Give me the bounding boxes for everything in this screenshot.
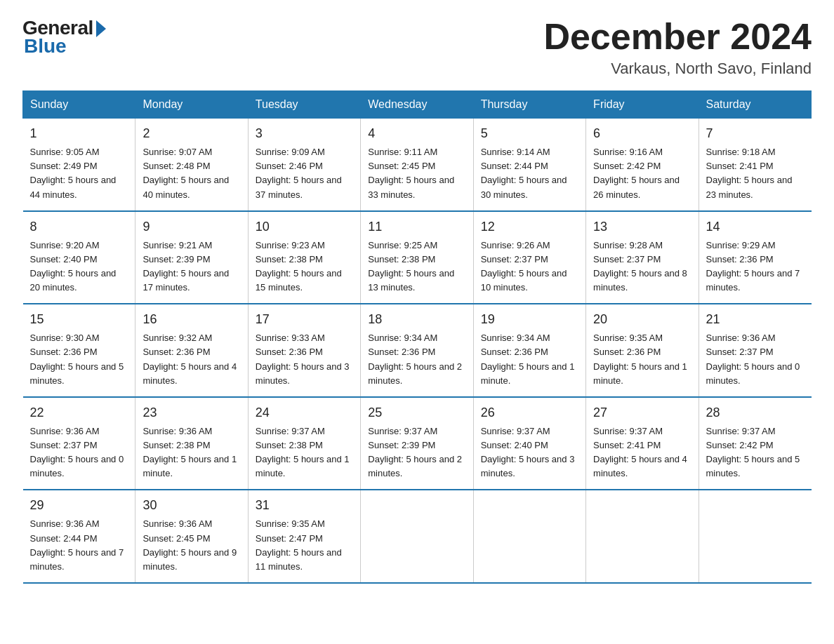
day-number: 3 bbox=[256, 124, 353, 143]
day-number: 28 bbox=[706, 403, 805, 422]
table-row: 20Sunrise: 9:35 AMSunset: 2:36 PMDayligh… bbox=[586, 304, 699, 397]
table-row: 2Sunrise: 9:07 AMSunset: 2:48 PMDaylight… bbox=[135, 119, 248, 211]
table-row: 17Sunrise: 9:33 AMSunset: 2:36 PMDayligh… bbox=[248, 304, 360, 397]
header-thursday: Thursday bbox=[473, 91, 585, 119]
day-number: 19 bbox=[481, 310, 578, 329]
table-row: 3Sunrise: 9:09 AMSunset: 2:46 PMDaylight… bbox=[248, 119, 360, 211]
table-row: 8Sunrise: 9:20 AMSunset: 2:40 PMDaylight… bbox=[23, 211, 135, 304]
weekday-header-row: Sunday Monday Tuesday Wednesday Thursday… bbox=[23, 91, 812, 119]
day-number: 7 bbox=[706, 124, 805, 143]
day-info: Sunrise: 9:29 AMSunset: 2:36 PMDaylight:… bbox=[706, 240, 800, 293]
day-number: 20 bbox=[593, 310, 691, 329]
day-number: 1 bbox=[30, 124, 128, 143]
header-wednesday: Wednesday bbox=[361, 91, 473, 119]
calendar-week-row: 8Sunrise: 9:20 AMSunset: 2:40 PMDaylight… bbox=[23, 211, 812, 304]
table-row: 19Sunrise: 9:34 AMSunset: 2:36 PMDayligh… bbox=[473, 304, 585, 397]
day-number: 6 bbox=[593, 124, 691, 143]
day-info: Sunrise: 9:35 AMSunset: 2:36 PMDaylight:… bbox=[593, 333, 687, 385]
table-row: 14Sunrise: 9:29 AMSunset: 2:36 PMDayligh… bbox=[699, 211, 811, 304]
day-info: Sunrise: 9:16 AMSunset: 2:42 PMDaylight:… bbox=[593, 147, 680, 199]
day-number: 13 bbox=[593, 217, 691, 236]
day-info: Sunrise: 9:23 AMSunset: 2:38 PMDaylight:… bbox=[256, 240, 342, 293]
day-info: Sunrise: 9:05 AMSunset: 2:49 PMDaylight:… bbox=[30, 147, 117, 199]
day-info: Sunrise: 9:36 AMSunset: 2:37 PMDaylight:… bbox=[30, 426, 124, 478]
day-number: 12 bbox=[481, 217, 578, 236]
page-header: General Blue December 2024 Varkaus, Nort… bbox=[22, 17, 812, 78]
table-row bbox=[361, 490, 473, 583]
calendar-week-row: 22Sunrise: 9:36 AMSunset: 2:37 PMDayligh… bbox=[23, 397, 812, 490]
day-info: Sunrise: 9:20 AMSunset: 2:40 PMDaylight:… bbox=[30, 240, 117, 293]
day-info: Sunrise: 9:37 AMSunset: 2:40 PMDaylight:… bbox=[481, 426, 575, 478]
day-number: 22 bbox=[30, 403, 128, 422]
table-row bbox=[586, 490, 699, 583]
table-row: 6Sunrise: 9:16 AMSunset: 2:42 PMDaylight… bbox=[586, 119, 699, 211]
day-info: Sunrise: 9:09 AMSunset: 2:46 PMDaylight:… bbox=[256, 147, 342, 199]
table-row: 21Sunrise: 9:36 AMSunset: 2:37 PMDayligh… bbox=[699, 304, 811, 397]
table-row: 4Sunrise: 9:11 AMSunset: 2:45 PMDaylight… bbox=[361, 119, 473, 211]
calendar-week-row: 29Sunrise: 9:36 AMSunset: 2:44 PMDayligh… bbox=[23, 490, 812, 583]
day-number: 29 bbox=[30, 496, 128, 515]
day-info: Sunrise: 9:07 AMSunset: 2:48 PMDaylight:… bbox=[143, 147, 229, 199]
day-number: 8 bbox=[30, 217, 128, 236]
table-row bbox=[699, 490, 811, 583]
day-info: Sunrise: 9:36 AMSunset: 2:45 PMDaylight:… bbox=[143, 518, 237, 571]
month-title: December 2024 bbox=[543, 17, 812, 57]
day-number: 26 bbox=[481, 403, 578, 422]
day-info: Sunrise: 9:37 AMSunset: 2:39 PMDaylight:… bbox=[368, 426, 462, 478]
day-number: 31 bbox=[256, 496, 353, 515]
day-info: Sunrise: 9:30 AMSunset: 2:36 PMDaylight:… bbox=[30, 333, 124, 385]
day-info: Sunrise: 9:34 AMSunset: 2:36 PMDaylight:… bbox=[368, 333, 462, 385]
day-info: Sunrise: 9:37 AMSunset: 2:42 PMDaylight:… bbox=[706, 426, 800, 478]
day-info: Sunrise: 9:21 AMSunset: 2:39 PMDaylight:… bbox=[143, 240, 229, 293]
table-row: 18Sunrise: 9:34 AMSunset: 2:36 PMDayligh… bbox=[361, 304, 473, 397]
day-number: 15 bbox=[30, 310, 128, 329]
table-row: 26Sunrise: 9:37 AMSunset: 2:40 PMDayligh… bbox=[473, 397, 585, 490]
day-info: Sunrise: 9:25 AMSunset: 2:38 PMDaylight:… bbox=[368, 240, 454, 293]
table-row: 5Sunrise: 9:14 AMSunset: 2:44 PMDaylight… bbox=[473, 119, 585, 211]
day-info: Sunrise: 9:36 AMSunset: 2:44 PMDaylight:… bbox=[30, 518, 124, 571]
day-number: 11 bbox=[368, 217, 465, 236]
calendar-table: Sunday Monday Tuesday Wednesday Thursday… bbox=[22, 90, 812, 584]
day-number: 4 bbox=[368, 124, 465, 143]
table-row: 15Sunrise: 9:30 AMSunset: 2:36 PMDayligh… bbox=[23, 304, 135, 397]
day-info: Sunrise: 9:34 AMSunset: 2:36 PMDaylight:… bbox=[481, 333, 575, 385]
day-number: 9 bbox=[143, 217, 240, 236]
table-row: 30Sunrise: 9:36 AMSunset: 2:45 PMDayligh… bbox=[135, 490, 248, 583]
day-number: 30 bbox=[143, 496, 240, 515]
table-row: 10Sunrise: 9:23 AMSunset: 2:38 PMDayligh… bbox=[248, 211, 360, 304]
table-row: 25Sunrise: 9:37 AMSunset: 2:39 PMDayligh… bbox=[361, 397, 473, 490]
table-row: 1Sunrise: 9:05 AMSunset: 2:49 PMDaylight… bbox=[23, 119, 135, 211]
day-number: 17 bbox=[256, 310, 353, 329]
day-info: Sunrise: 9:36 AMSunset: 2:38 PMDaylight:… bbox=[143, 426, 237, 478]
logo-arrow-icon bbox=[96, 20, 106, 37]
title-block: December 2024 Varkaus, North Savo, Finla… bbox=[543, 17, 812, 78]
table-row: 13Sunrise: 9:28 AMSunset: 2:37 PMDayligh… bbox=[586, 211, 699, 304]
table-row: 12Sunrise: 9:26 AMSunset: 2:37 PMDayligh… bbox=[473, 211, 585, 304]
calendar-week-row: 15Sunrise: 9:30 AMSunset: 2:36 PMDayligh… bbox=[23, 304, 812, 397]
day-number: 23 bbox=[143, 403, 240, 422]
logo: General Blue bbox=[22, 17, 106, 58]
day-number: 14 bbox=[706, 217, 805, 236]
header-tuesday: Tuesday bbox=[248, 91, 360, 119]
table-row: 29Sunrise: 9:36 AMSunset: 2:44 PMDayligh… bbox=[23, 490, 135, 583]
table-row: 16Sunrise: 9:32 AMSunset: 2:36 PMDayligh… bbox=[135, 304, 248, 397]
day-number: 24 bbox=[256, 403, 353, 422]
day-number: 5 bbox=[481, 124, 578, 143]
table-row: 9Sunrise: 9:21 AMSunset: 2:39 PMDaylight… bbox=[135, 211, 248, 304]
table-row: 31Sunrise: 9:35 AMSunset: 2:47 PMDayligh… bbox=[248, 490, 360, 583]
table-row: 23Sunrise: 9:36 AMSunset: 2:38 PMDayligh… bbox=[135, 397, 248, 490]
table-row: 27Sunrise: 9:37 AMSunset: 2:41 PMDayligh… bbox=[586, 397, 699, 490]
day-info: Sunrise: 9:26 AMSunset: 2:37 PMDaylight:… bbox=[481, 240, 567, 293]
location-title: Varkaus, North Savo, Finland bbox=[543, 60, 812, 78]
table-row: 28Sunrise: 9:37 AMSunset: 2:42 PMDayligh… bbox=[699, 397, 811, 490]
day-info: Sunrise: 9:35 AMSunset: 2:47 PMDaylight:… bbox=[256, 518, 342, 571]
day-info: Sunrise: 9:36 AMSunset: 2:37 PMDaylight:… bbox=[706, 333, 800, 385]
header-monday: Monday bbox=[135, 91, 248, 119]
day-info: Sunrise: 9:37 AMSunset: 2:38 PMDaylight:… bbox=[256, 426, 350, 478]
table-row: 22Sunrise: 9:36 AMSunset: 2:37 PMDayligh… bbox=[23, 397, 135, 490]
table-row: 24Sunrise: 9:37 AMSunset: 2:38 PMDayligh… bbox=[248, 397, 360, 490]
header-saturday: Saturday bbox=[699, 91, 811, 119]
day-number: 21 bbox=[706, 310, 805, 329]
day-info: Sunrise: 9:14 AMSunset: 2:44 PMDaylight:… bbox=[481, 147, 567, 199]
day-number: 10 bbox=[256, 217, 353, 236]
